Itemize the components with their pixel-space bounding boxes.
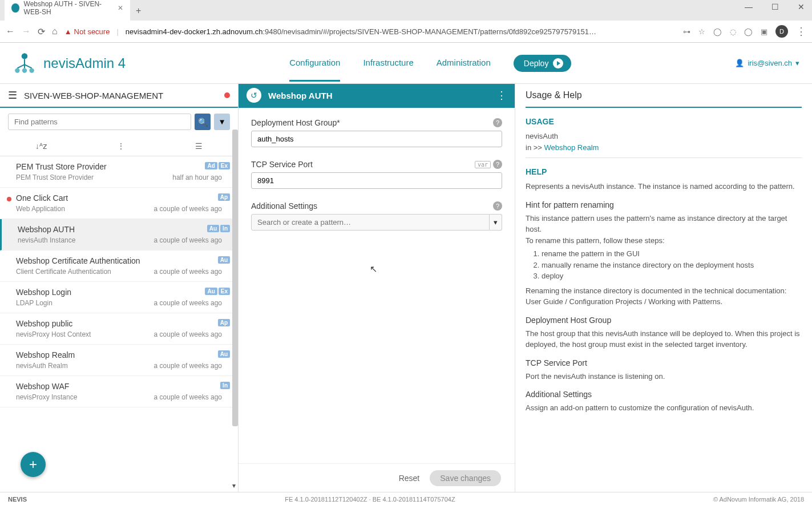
- nav-configuration[interactable]: Configuration: [289, 45, 340, 82]
- usage-in-line: in >> Webshop Realm: [526, 142, 802, 153]
- sort-more-icon[interactable]: ⋮: [117, 142, 125, 151]
- minimize-icon[interactable]: —: [740, 2, 757, 11]
- reset-button[interactable]: Reset: [399, 474, 420, 483]
- logo-icon: [13, 51, 37, 75]
- pattern-item[interactable]: Webshop LoginAuExLDAP Logina couple of w…: [0, 282, 238, 313]
- badge-group: Au: [218, 350, 230, 358]
- usage-link[interactable]: Webshop Realm: [544, 143, 599, 152]
- forward-icon[interactable]: →: [22, 26, 31, 37]
- view-list-icon[interactable]: ☰: [195, 142, 203, 151]
- add-text: Assign an add-on pattern to customize th…: [526, 402, 802, 414]
- pattern-title: Webshop WAF: [16, 382, 222, 391]
- chat-icon[interactable]: ◯: [744, 27, 753, 36]
- panel-more-icon[interactable]: ⋮: [496, 89, 507, 102]
- pattern-item[interactable]: Webshop publicApnevisProxy Host Contexta…: [0, 313, 238, 345]
- chevron-down-icon: ▾: [795, 59, 799, 67]
- browser-menu-icon[interactable]: ⋮: [796, 25, 806, 38]
- reload-icon[interactable]: ⟳: [38, 26, 45, 37]
- help-icon[interactable]: ?: [493, 201, 502, 211]
- star-icon[interactable]: ☆: [698, 27, 705, 36]
- help-icon[interactable]: ?: [493, 160, 502, 169]
- pattern-item[interactable]: Webshop AUTHAuInnevisAuth Instancea coup…: [0, 219, 238, 251]
- badge: Ex: [219, 288, 230, 295]
- badge-group: AdEx: [205, 162, 230, 169]
- pattern-list[interactable]: PEM Trust Store ProviderAdExPEM Trust St…: [0, 156, 238, 492]
- help-icon[interactable]: ?: [493, 118, 502, 127]
- add-heading: Additional Settings: [526, 390, 802, 399]
- svg-point-1: [15, 68, 19, 72]
- sidebar-expand-icon[interactable]: ▾: [232, 482, 236, 490]
- footer-logo: NEVIS: [8, 496, 27, 503]
- user-menu[interactable]: 👤 iris@siven.ch ▾: [735, 59, 799, 67]
- pattern-subtitle: Client Certificate Authentication: [16, 268, 111, 276]
- pattern-title: Webshop Realm: [16, 350, 222, 359]
- search-button[interactable]: 🔍: [195, 114, 211, 130]
- step-3: deploy: [542, 270, 802, 282]
- pattern-title: PEM Trust Store Provider: [16, 162, 222, 171]
- save-button[interactable]: Save changes: [430, 470, 501, 486]
- pattern-item[interactable]: Webshop WAFInnevisProxy Instancea couple…: [0, 376, 238, 407]
- tab-bar: Webshop AUTH - SIVEN-WEB-SH ✕ + — ☐ ✕: [0, 0, 812, 21]
- search-input[interactable]: [8, 114, 191, 130]
- chevron-down-icon[interactable]: ▾: [490, 214, 502, 231]
- additional-settings-input[interactable]: [251, 214, 490, 231]
- add-pattern-fab[interactable]: +: [21, 452, 46, 477]
- pattern-item[interactable]: One Click CartApWeb Applicationa couple …: [0, 188, 238, 219]
- browser-tab[interactable]: Webshop AUTH - SIVEN-WEB-SH ✕: [5, 0, 130, 21]
- badge-group: In: [220, 382, 230, 389]
- pattern-item[interactable]: PEM Trust Store ProviderAdExPEM Trust St…: [0, 156, 238, 188]
- search-row: 🔍 ▼: [0, 108, 238, 136]
- deploy-button[interactable]: Deploy: [514, 55, 572, 72]
- pattern-subtitle: nevisProxy Instance: [16, 393, 77, 401]
- help-heading: HELP: [526, 167, 802, 176]
- extension-icon-2[interactable]: ◌: [730, 27, 736, 36]
- rename-steps: rename the pattern in the GUI manually r…: [542, 248, 802, 282]
- logo-block[interactable]: nevisAdmin 4: [13, 51, 126, 75]
- step-2: manually rename the instance directory o…: [542, 260, 802, 271]
- pattern-title: One Click Cart: [16, 193, 222, 203]
- extension-icon[interactable]: ◯: [713, 27, 722, 36]
- security-indicator[interactable]: ▲ Not secure: [64, 27, 110, 36]
- new-tab-button[interactable]: +: [130, 1, 147, 21]
- svg-point-3: [29, 68, 34, 72]
- back-icon[interactable]: ←: [6, 26, 15, 37]
- close-window-icon[interactable]: ✕: [793, 2, 810, 11]
- home-icon[interactable]: ⌂: [52, 26, 58, 37]
- nav-administration[interactable]: Administration: [437, 45, 491, 82]
- maximize-icon[interactable]: ☐: [766, 2, 783, 11]
- play-icon: [553, 58, 563, 68]
- hint-p2: To rename this pattern, follow these ste…: [526, 235, 802, 247]
- main-nav: Configuration Infrastructure Administrat…: [289, 45, 491, 82]
- filter-button[interactable]: ▼: [214, 114, 230, 130]
- pattern-subtitle: LDAP Login: [16, 299, 52, 307]
- field-label: TCP Service Port: [251, 160, 313, 169]
- cast-icon[interactable]: ▣: [761, 27, 767, 36]
- key-icon[interactable]: ⊶: [683, 27, 690, 36]
- pattern-item[interactable]: Webshop Certificate AuthenticationAuClie…: [0, 251, 238, 282]
- tcp-port-input[interactable]: [251, 172, 502, 189]
- host-group-input[interactable]: [251, 131, 502, 147]
- hamburger-icon[interactable]: ☰: [8, 89, 17, 102]
- dhg-heading: Deployment Host Group: [526, 316, 802, 325]
- badge: Ap: [218, 193, 230, 201]
- sort-alpha-icon[interactable]: ↓ᴬᴢ: [35, 142, 47, 151]
- profile-avatar[interactable]: D: [775, 25, 788, 38]
- toolbar-right: ⊶ ☆ ◯ ◌ ◯ ▣ D ⋮: [683, 25, 806, 38]
- url-text[interactable]: nevisadmin4-dev-docker1.zh.adnovum.ch:94…: [126, 27, 676, 36]
- tcp-text: Port the nevisAuth instance is listening…: [526, 371, 802, 382]
- badge: Au: [207, 225, 219, 232]
- footer-copyright: © AdNovum Informatik AG, 2018: [713, 496, 804, 503]
- sidebar: ☰ SIVEN-WEB-SHOP-MANAGEMENT 🔍 ▼ ↓ᴬᴢ ⋮ ☰ …: [0, 84, 239, 492]
- pattern-item[interactable]: Webshop RealmAunevisAuth Realma couple o…: [0, 345, 238, 376]
- editor-panel: ↺ Webshop AUTH ⋮ Deployment Host Group* …: [239, 84, 515, 492]
- var-badge[interactable]: var: [475, 161, 491, 168]
- field-label: Additional Settings: [251, 201, 317, 211]
- nav-infrastructure[interactable]: Infrastructure: [363, 45, 413, 82]
- usage-instance: nevisAuth: [526, 131, 802, 142]
- badge: In: [220, 382, 230, 389]
- svg-point-0: [22, 53, 28, 59]
- usage-heading: USAGE: [526, 117, 802, 126]
- close-tab-icon[interactable]: ✕: [118, 4, 123, 12]
- scrollbar[interactable]: [232, 130, 238, 426]
- status-dot: [224, 92, 230, 98]
